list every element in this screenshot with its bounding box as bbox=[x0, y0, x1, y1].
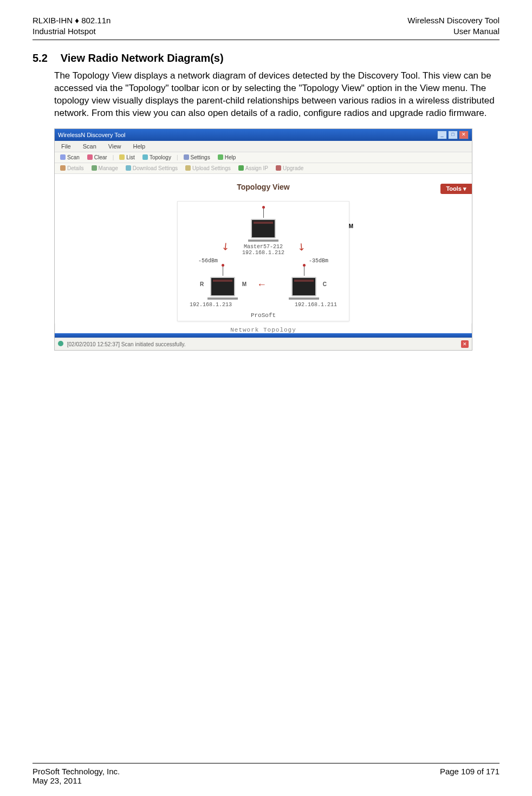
download-settings-button[interactable]: Download Settings bbox=[124, 165, 180, 172]
tools-label: Tools bbox=[446, 185, 462, 192]
link-arrow-icon: ← bbox=[257, 279, 267, 290]
menu-file[interactable]: File bbox=[59, 143, 73, 150]
menu-scan[interactable]: Scan bbox=[81, 143, 99, 150]
clear-label: Clear bbox=[94, 154, 107, 160]
master-labels: Master57-212 192.168.1.212 bbox=[182, 244, 345, 256]
right-radio-node[interactable]: C bbox=[289, 266, 319, 300]
header-left-line1: RLXIB-IHN ♦ 802.11n bbox=[33, 15, 111, 26]
clear-button[interactable]: Clear bbox=[85, 154, 109, 161]
toolbar-primary: Scan Clear | List Topology | Settings He… bbox=[55, 152, 472, 163]
radio-base-icon bbox=[289, 297, 319, 300]
embedded-screenshot: WirelessN Discovery Tool _ □ ✕ File Scan… bbox=[54, 128, 472, 351]
broom-icon bbox=[87, 154, 93, 160]
topology-icon bbox=[142, 154, 148, 160]
master-radio-node[interactable]: M ↙ ↘ bbox=[182, 208, 345, 242]
page-footer: ProSoft Technology, Inc. May 23, 2011 Pa… bbox=[33, 763, 499, 785]
signal-row: -56dBm -35dBm bbox=[182, 258, 345, 264]
left-role-badge-r: R bbox=[200, 281, 204, 287]
status-text: [02/02/2010 12:52:37] Scan initiated suc… bbox=[67, 341, 186, 347]
manage-button[interactable]: Manage bbox=[89, 165, 120, 172]
master-role-badge: M bbox=[349, 223, 353, 229]
list-button[interactable]: List bbox=[117, 154, 137, 161]
scan-button[interactable]: Scan bbox=[58, 154, 82, 161]
separator: | bbox=[113, 154, 114, 160]
header-left: RLXIB-IHN ♦ 802.11n Industrial Hotspot bbox=[33, 15, 111, 36]
help-icon bbox=[218, 154, 223, 160]
vendor-label: ProSoft bbox=[182, 312, 345, 319]
settings-button[interactable]: Settings bbox=[181, 154, 212, 161]
topology-button[interactable]: Topology bbox=[140, 154, 173, 161]
left-link-signal: -56dBm bbox=[198, 258, 218, 264]
tools-button[interactable]: Tools ▾ bbox=[440, 184, 472, 194]
details-icon bbox=[60, 165, 66, 171]
status-close-button[interactable]: ✕ bbox=[461, 340, 469, 348]
left-radio-node[interactable]: R M bbox=[207, 266, 238, 300]
topology-label: Topology bbox=[150, 154, 171, 160]
right-node-ip: 192.168.1.211 bbox=[295, 302, 337, 308]
menu-help[interactable]: Help bbox=[131, 143, 147, 150]
topology-title: Topology View bbox=[237, 183, 290, 191]
upload-settings-button[interactable]: Upload Settings bbox=[183, 165, 233, 172]
page-header: RLXIB-IHN ♦ 802.11n Industrial Hotspot W… bbox=[33, 15, 499, 40]
list-label: List bbox=[126, 154, 135, 160]
search-icon bbox=[60, 154, 66, 160]
upgrade-icon bbox=[276, 165, 281, 171]
minimize-button[interactable]: _ bbox=[437, 131, 447, 139]
diagram-caption: Network Topology bbox=[55, 327, 472, 333]
topology-diagram: M ↙ ↘ Master57-212 192.168.1.212 -56dBm … bbox=[177, 201, 349, 321]
antenna-icon bbox=[263, 208, 264, 218]
right-role-badge: C bbox=[323, 281, 327, 287]
status-divider bbox=[55, 333, 472, 338]
antenna-icon bbox=[304, 266, 304, 276]
footer-left: ProSoft Technology, Inc. May 23, 2011 bbox=[33, 767, 120, 785]
manage-label: Manage bbox=[99, 165, 118, 171]
master-name: Master57-212 bbox=[182, 244, 345, 250]
left-node-ip: 192.168.1.213 bbox=[190, 302, 232, 308]
menubar: File Scan View Help bbox=[55, 141, 472, 152]
header-right: WirelessN Discovery Tool User Manual bbox=[407, 15, 499, 36]
header-right-line2: User Manual bbox=[407, 26, 499, 37]
radio-base-icon bbox=[207, 297, 238, 300]
maximize-button[interactable]: □ bbox=[448, 131, 458, 139]
manage-icon bbox=[92, 165, 97, 171]
close-button[interactable]: ✕ bbox=[459, 131, 469, 139]
topology-canvas[interactable]: M ↙ ↘ Master57-212 192.168.1.212 -56dBm … bbox=[55, 196, 472, 323]
footer-date: May 23, 2011 bbox=[33, 776, 120, 785]
check-icon bbox=[238, 165, 244, 171]
download-settings-label: Download Settings bbox=[133, 165, 178, 171]
details-label: Details bbox=[67, 165, 84, 171]
header-left-line2: Industrial Hotspot bbox=[33, 26, 111, 37]
section-paragraph: The Topology View displays a network dia… bbox=[54, 70, 499, 120]
scan-label: Scan bbox=[67, 154, 80, 160]
upload-settings-label: Upload Settings bbox=[192, 165, 231, 171]
statusbar: [02/02/2010 12:52:37] Scan initiated suc… bbox=[55, 338, 472, 350]
window-titlebar[interactable]: WirelessN Discovery Tool _ □ ✕ bbox=[55, 129, 472, 141]
details-button[interactable]: Details bbox=[58, 165, 86, 172]
separator: | bbox=[177, 154, 178, 160]
upgrade-button[interactable]: Upgrade bbox=[274, 165, 306, 172]
window-title: WirelessN Discovery Tool bbox=[58, 132, 126, 138]
settings-label: Settings bbox=[191, 154, 210, 160]
footer-company: ProSoft Technology, Inc. bbox=[33, 767, 120, 776]
left-role-badge-m: M bbox=[242, 281, 246, 287]
antenna-icon bbox=[223, 266, 223, 276]
upload-icon bbox=[185, 165, 191, 171]
radio-device-icon bbox=[251, 219, 276, 238]
window-buttons: _ □ ✕ bbox=[437, 131, 469, 139]
download-icon bbox=[126, 165, 131, 171]
help-button[interactable]: Help bbox=[216, 154, 238, 161]
radio-device-icon bbox=[291, 277, 316, 296]
toolbar-secondary: Details Manage Download Settings Upload … bbox=[55, 163, 472, 174]
topology-view-header: Topology View Tools ▾ bbox=[55, 174, 472, 196]
footer-page-number: Page 109 of 171 bbox=[440, 767, 499, 785]
header-right-line1: WirelessN Discovery Tool bbox=[407, 15, 499, 26]
ip-row: 192.168.1.213 192.168.1.211 bbox=[182, 302, 345, 308]
assign-ip-button[interactable]: Assign IP bbox=[236, 165, 270, 172]
right-link-signal: -35dBm bbox=[309, 258, 328, 264]
menu-view[interactable]: View bbox=[106, 143, 124, 150]
upgrade-label: Upgrade bbox=[283, 165, 303, 171]
assign-ip-label: Assign IP bbox=[245, 165, 268, 171]
master-ip: 192.168.1.212 bbox=[182, 250, 345, 256]
info-icon bbox=[58, 341, 63, 346]
radio-base-icon bbox=[248, 240, 278, 242]
